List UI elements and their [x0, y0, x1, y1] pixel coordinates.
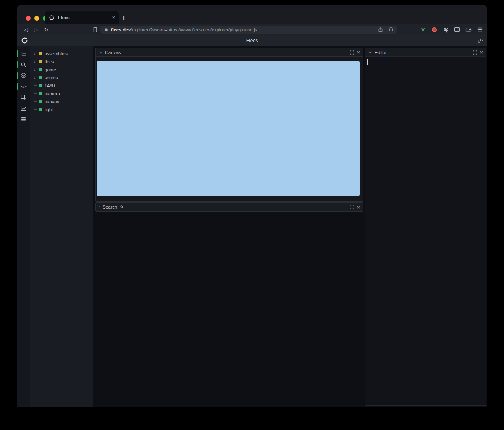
tree-item-label: camera	[45, 91, 60, 96]
url-host: flecs.dev	[111, 27, 131, 32]
lock-icon	[104, 27, 108, 32]
search-icon[interactable]	[17, 59, 30, 70]
minimize-window-button[interactable]	[34, 16, 39, 21]
entity-color-swatch	[39, 68, 42, 71]
collapsed-bullet-icon[interactable]: •	[99, 205, 100, 209]
tree-item-scripts[interactable]: ›scripts	[30, 73, 93, 81]
editor-panel-header[interactable]: Editor ×	[365, 48, 486, 57]
tab-close-icon[interactable]: ×	[112, 15, 115, 20]
search-panel-title: Search	[102, 205, 117, 210]
toolbar-divider	[386, 27, 386, 32]
new-tab-button[interactable]: +	[122, 14, 126, 22]
extension-cluster: V	[420, 26, 483, 33]
tree-item-label: game	[45, 67, 56, 72]
tree-item-flecs[interactable]: ›flecs	[30, 58, 93, 66]
expand-chevron-icon[interactable]: ›	[34, 76, 37, 80]
bookmark-icon[interactable]	[92, 27, 98, 32]
browser-toolbar: ◁ ▷ ↻ flecs.dev/explorer/?wasm=https://w…	[17, 24, 487, 35]
canvas-surface[interactable]	[97, 61, 360, 196]
inspect-icon[interactable]	[17, 92, 30, 103]
entity-color-swatch	[39, 108, 42, 111]
cube-icon[interactable]	[17, 70, 30, 81]
browser-tab-flecs[interactable]: Flecs ×	[45, 11, 119, 24]
tree-item-label: canvas	[45, 99, 59, 104]
url-path: /explorer/?wasm=https://www.flecs.dev/ex…	[131, 27, 257, 32]
tree-guide-line	[34, 85, 37, 86]
entity-color-swatch	[39, 60, 42, 63]
url-text: flecs.dev/explorer/?wasm=https://www.fle…	[111, 27, 375, 32]
tree-item-1460[interactable]: 1460	[30, 81, 93, 89]
tree-item-label: light	[45, 107, 53, 112]
tree-item-label: assemblies	[45, 51, 68, 56]
close-icon[interactable]: ×	[357, 205, 360, 210]
expand-icon[interactable]	[473, 50, 477, 55]
entity-color-swatch	[39, 84, 42, 87]
tool-sidebar: </>	[17, 46, 30, 407]
app-header: Flecs	[17, 35, 487, 46]
tree-guide-line	[34, 93, 37, 94]
canvas-panel: Canvas ×	[95, 48, 363, 202]
close-icon[interactable]: ×	[357, 50, 360, 55]
canvas-panel-body	[96, 57, 363, 201]
editor-panel: Editor ×	[365, 48, 486, 406]
tree-guide-line	[34, 101, 37, 102]
tab-strip: Flecs × +	[17, 5, 487, 24]
expand-icon[interactable]	[350, 205, 354, 209]
editor-panel-title: Editor	[375, 50, 387, 55]
vimium-extension-icon[interactable]: V	[420, 26, 426, 33]
tree-item-camera[interactable]: camera	[30, 89, 93, 97]
tree-item-canvas[interactable]: canvas	[30, 97, 93, 105]
page-title: Flecs	[246, 38, 258, 44]
entity-color-swatch	[39, 92, 42, 95]
editor-caret	[368, 59, 368, 65]
tree-item-label: scripts	[45, 75, 58, 80]
browser-window: Flecs × + ◁ ▷ ↻ flecs.dev/explorer/?wasm…	[17, 5, 487, 407]
sidebar-toggle-icon[interactable]	[454, 26, 460, 33]
reload-button[interactable]: ↻	[41, 27, 51, 33]
search-panel: • Search ×	[95, 202, 363, 212]
entity-tree: ›assemblies›flecs›game›scripts1460camera…	[30, 46, 93, 407]
entity-color-swatch	[39, 100, 42, 103]
chevron-down-icon[interactable]	[99, 51, 102, 54]
back-button[interactable]: ◁	[21, 27, 31, 33]
tab-title: Flecs	[58, 15, 108, 20]
canvas-panel-title: Canvas	[105, 50, 121, 55]
tree-item-game[interactable]: ›game	[30, 66, 93, 73]
forward-button[interactable]: ▷	[31, 27, 41, 33]
tree-item-label: 1460	[45, 83, 55, 88]
expand-chevron-icon[interactable]: ›	[34, 52, 37, 56]
tab-favicon-flecs-logo-icon	[49, 15, 55, 21]
puzzle-extensions-icon[interactable]	[442, 26, 449, 33]
entity-color-swatch	[39, 76, 42, 79]
stats-icon[interactable]	[17, 103, 30, 114]
canvas-panel-header[interactable]: Canvas ×	[96, 48, 363, 57]
address-bar[interactable]: flecs.dev/explorer/?wasm=https://www.fle…	[100, 26, 397, 34]
wallet-icon[interactable]	[465, 26, 472, 33]
editor-text-area[interactable]	[365, 57, 486, 405]
main-area: Canvas × • Search	[93, 46, 487, 407]
search-panel-header[interactable]: • Search ×	[96, 203, 363, 211]
tree-guide-line	[34, 109, 37, 110]
entity-tree-icon[interactable]	[17, 48, 30, 59]
expand-icon[interactable]	[350, 50, 354, 55]
expand-chevron-icon[interactable]: ›	[34, 68, 37, 72]
magnifier-icon	[120, 205, 124, 209]
red-circle-extension-icon[interactable]	[431, 26, 438, 33]
code-icon[interactable]: </>	[17, 81, 30, 92]
chevron-down-icon[interactable]	[368, 51, 372, 54]
menu-icon[interactable]	[476, 26, 483, 33]
share-link-icon[interactable]	[478, 38, 483, 44]
share-icon[interactable]	[378, 27, 383, 32]
flecs-logo-icon[interactable]	[21, 37, 28, 44]
close-window-button[interactable]	[26, 16, 31, 21]
entity-color-swatch	[39, 52, 42, 55]
rows-icon[interactable]	[17, 114, 30, 125]
shield-icon[interactable]	[388, 27, 394, 32]
close-icon[interactable]: ×	[480, 50, 483, 55]
tree-item-assemblies[interactable]: ›assemblies	[30, 50, 93, 58]
expand-chevron-icon[interactable]: ›	[34, 60, 37, 64]
app-content: </> ›assemblies›flecs›game›scripts1460ca…	[17, 46, 487, 407]
tree-item-label: flecs	[45, 59, 54, 64]
tree-item-light[interactable]: light	[30, 105, 93, 113]
